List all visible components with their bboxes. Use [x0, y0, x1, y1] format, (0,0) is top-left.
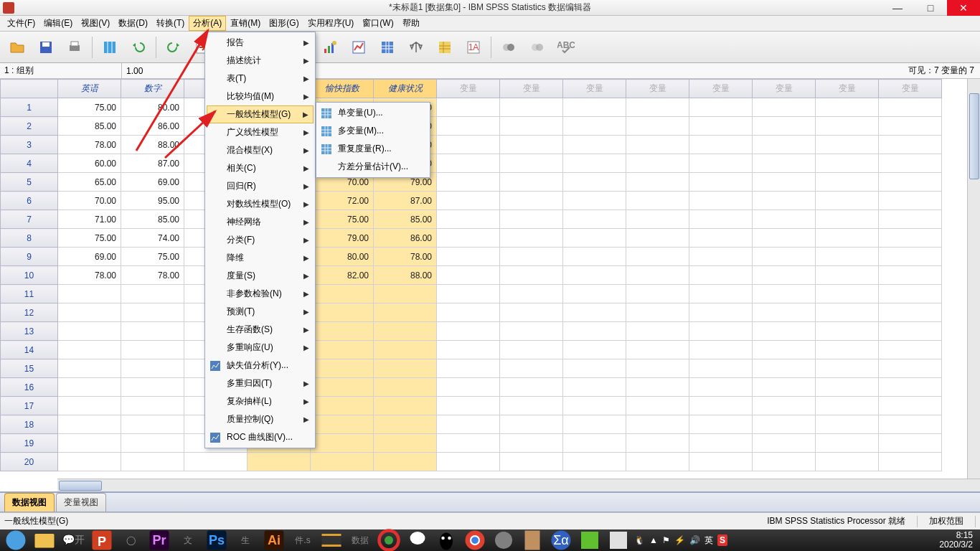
data-cell[interactable]	[563, 415, 626, 434]
close-button[interactable]: ✕	[947, 0, 980, 16]
data-cell[interactable]	[753, 359, 816, 378]
data-cell[interactable]	[689, 378, 753, 397]
column-header[interactable]: 变量	[689, 80, 753, 98]
data-cell[interactable]	[563, 154, 626, 173]
data-cell[interactable]	[626, 136, 689, 154]
data-cell[interactable]	[563, 285, 626, 303]
column-header[interactable]: 数字	[121, 80, 184, 98]
data-cell[interactable]	[311, 453, 374, 471]
data-cell[interactable]	[311, 434, 374, 453]
data-cell[interactable]: 75.00	[58, 98, 121, 117]
column-header[interactable]: 变量	[500, 80, 563, 98]
glm-item-重复度量R[interactable]: 重复度量(R)...	[318, 140, 428, 158]
data-cell[interactable]	[500, 453, 563, 471]
data-cell[interactable]	[563, 303, 626, 322]
row-header[interactable]: 11	[1, 285, 58, 303]
data-cell[interactable]	[816, 154, 879, 173]
data-cell[interactable]: 88.00	[121, 136, 184, 154]
data-cell[interactable]	[374, 359, 437, 378]
analyze-item-生存函数S[interactable]: 生存函数(S)▶	[207, 321, 314, 339]
data-cell[interactable]	[879, 397, 942, 415]
data-cell[interactable]	[879, 248, 942, 266]
data-cell[interactable]	[437, 192, 500, 210]
analyze-item-表T[interactable]: 表(T)▶	[207, 70, 314, 88]
data-cell[interactable]	[689, 154, 753, 173]
column-header[interactable]: 变量	[753, 80, 816, 98]
data-cell[interactable]	[437, 154, 500, 173]
analyze-item-预测T[interactable]: 预测(T)▶	[207, 303, 314, 321]
taskbar-app-icon[interactable]: ◯	[118, 531, 143, 550]
data-cell[interactable]	[311, 341, 374, 359]
data-cell[interactable]	[500, 229, 563, 248]
data-cell[interactable]	[879, 453, 942, 471]
data-cell[interactable]	[753, 173, 816, 192]
column-header[interactable]: 变量	[816, 80, 879, 98]
data-cell[interactable]	[374, 453, 437, 471]
data-cell[interactable]	[753, 285, 816, 303]
data-cell[interactable]	[879, 341, 942, 359]
data-cell[interactable]	[689, 117, 753, 136]
save-button[interactable]	[33, 36, 59, 59]
row-header[interactable]: 20	[1, 453, 58, 471]
data-cell[interactable]	[689, 192, 753, 210]
data-cell[interactable]	[121, 303, 184, 322]
taskbar-app3-icon[interactable]: 生	[232, 531, 258, 550]
data-cell[interactable]	[437, 117, 500, 136]
data-cell[interactable]	[626, 117, 689, 136]
data-cell[interactable]	[437, 453, 500, 471]
undo-button[interactable]	[126, 36, 151, 59]
scales-button[interactable]	[403, 36, 429, 59]
data-cell[interactable]	[500, 415, 563, 434]
data-cell[interactable]	[626, 303, 689, 322]
cell-ref-name[interactable]: 1 : 组别	[0, 63, 122, 78]
taskbar-app2-icon[interactable]: 文	[175, 531, 201, 550]
column-header[interactable]: 愉快指数	[311, 80, 374, 98]
data-cell[interactable]: 72.00	[311, 192, 374, 210]
analyze-item-缺失值分析Y[interactable]: 缺失值分析(Y)...	[207, 357, 314, 375]
data-cell[interactable]: 70.00	[58, 192, 121, 210]
menu-分析a[interactable]: 分析(A)	[189, 16, 226, 31]
row-header[interactable]: 18	[1, 415, 58, 434]
data-cell[interactable]: 85.00	[121, 210, 184, 229]
taskbar-explorer-icon[interactable]	[32, 531, 57, 550]
data-cell[interactable]	[311, 285, 374, 303]
data-cell[interactable]	[121, 359, 184, 378]
data-cell[interactable]	[626, 397, 689, 415]
chart-b-button[interactable]	[346, 36, 372, 59]
data-cell[interactable]	[500, 341, 563, 359]
menu-文件f[interactable]: 文件(F)	[3, 16, 39, 31]
data-cell[interactable]	[816, 415, 879, 434]
analyze-item-神经网络[interactable]: 神经网络▶	[207, 213, 314, 231]
taskbar-illustrator-icon[interactable]: Ai	[261, 531, 287, 550]
taskbar-sigma-icon[interactable]: Σα	[548, 531, 574, 550]
data-cell[interactable]: 79.00	[311, 229, 374, 248]
data-cell[interactable]	[58, 322, 121, 341]
analyze-item-回归R[interactable]: 回归(R)▶	[207, 177, 314, 195]
row-header[interactable]: 9	[1, 248, 58, 266]
redo-button[interactable]	[161, 36, 187, 59]
data-cell[interactable]: 85.00	[374, 210, 437, 229]
data-cell[interactable]	[689, 341, 753, 359]
analyze-item-降维[interactable]: 降维▶	[207, 249, 314, 267]
data-cell[interactable]	[689, 210, 753, 229]
data-cell[interactable]: 85.00	[58, 117, 121, 136]
row-header[interactable]: 12	[1, 303, 58, 322]
data-cell[interactable]	[248, 453, 311, 471]
minimize-button[interactable]: —	[881, 0, 914, 16]
data-cell[interactable]: 82.00	[311, 266, 374, 285]
column-header[interactable]: 变量	[879, 80, 942, 98]
data-cell[interactable]	[500, 117, 563, 136]
data-cell[interactable]	[437, 136, 500, 154]
menu-图形g[interactable]: 图形(G)	[265, 16, 303, 31]
taskbar-notes-icon[interactable]	[519, 531, 545, 550]
data-cell[interactable]	[437, 341, 500, 359]
data-cell[interactable]	[753, 434, 816, 453]
data-cell[interactable]	[689, 359, 753, 378]
data-cell[interactable]	[121, 322, 184, 341]
data-cell[interactable]	[689, 266, 753, 285]
data-cell[interactable]	[58, 434, 121, 453]
analyze-item-质量控制Q[interactable]: 质量控制(Q)▶	[207, 410, 314, 428]
row-header[interactable]: 2	[1, 117, 58, 136]
data-cell[interactable]: 75.00	[121, 248, 184, 266]
tray-flag-icon[interactable]: ⚑	[662, 535, 670, 545]
